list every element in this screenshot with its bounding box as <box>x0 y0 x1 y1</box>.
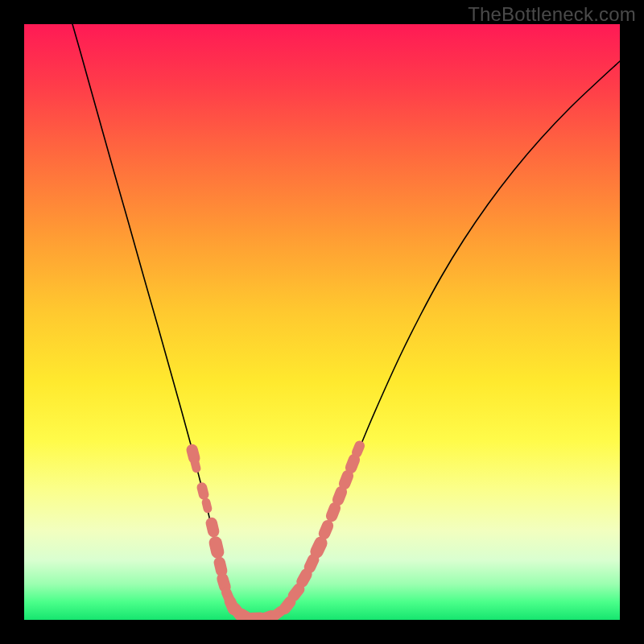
data-bead <box>285 602 290 609</box>
data-bead <box>202 488 204 495</box>
plot-area <box>24 24 620 620</box>
data-bead <box>220 563 221 571</box>
data-bead <box>357 446 359 452</box>
data-bead <box>195 462 196 469</box>
data-bead <box>216 543 218 551</box>
data-bead <box>303 575 307 582</box>
data-bead <box>223 579 225 587</box>
data-bead <box>317 543 321 552</box>
data-bead <box>338 492 341 500</box>
data-bead <box>332 508 335 516</box>
data-bead <box>212 523 213 531</box>
data-bead <box>192 450 195 458</box>
bottleneck-curve <box>72 24 620 619</box>
data-bead <box>275 611 280 616</box>
chart-frame: TheBottleneck.com <box>0 0 644 644</box>
watermark-text: TheBottleneck.com <box>468 3 636 26</box>
data-bead <box>351 460 354 468</box>
data-bead <box>206 502 208 509</box>
data-bead <box>345 476 348 484</box>
plot-svg <box>24 24 620 620</box>
data-bead <box>324 526 328 534</box>
data-bead <box>294 589 299 596</box>
data-bead <box>310 559 313 567</box>
